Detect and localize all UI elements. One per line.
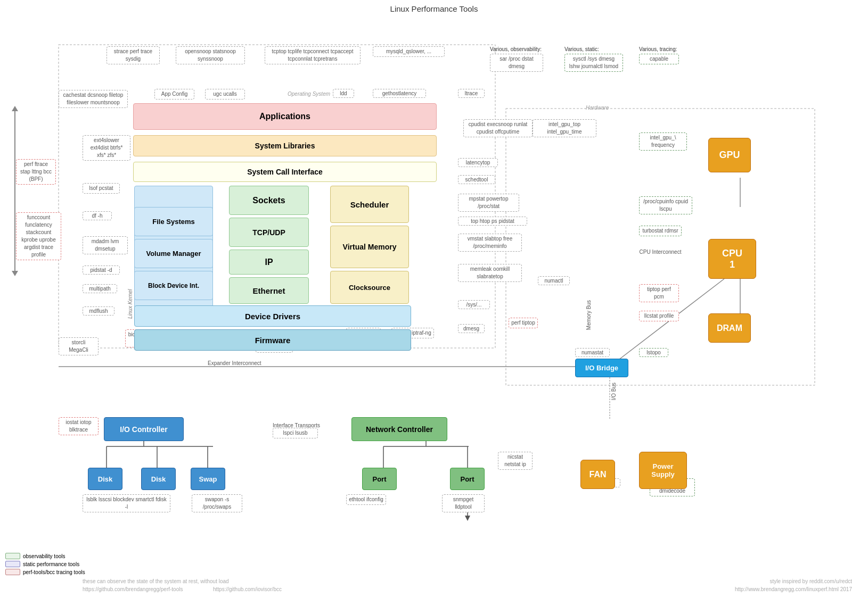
mysqld-group: mysqld_qslower, ... (373, 46, 445, 57)
mdadm-group: mdadm lvm dmsetup (83, 236, 128, 254)
url1-label: https://github.com/brendangregg/perf-too… (83, 586, 183, 592)
legend-perf: perf-tools/bcc tracing tools (5, 569, 85, 575)
perf-tiptop-box: perf tiptop (509, 318, 538, 328)
fan-box: FAN (580, 460, 615, 489)
lsof-pcstat-box: lsof pcstat (83, 183, 120, 194)
pidstat-d-box: pidstat -d (83, 266, 120, 275)
cpu-box: CPU 1 (708, 239, 756, 279)
legend-obs-label: observability tools (23, 553, 65, 559)
iobridge-box: I/O Bridge (575, 359, 628, 377)
linux-kernel-label: Linux Kernel (127, 186, 133, 319)
url3-label: http://www.brendangregg.com/linuxperf.ht… (586, 586, 852, 592)
expander-label: Expander Interconnect (208, 360, 261, 366)
ldd-box: ldd (333, 89, 354, 98)
ext4-group: ext4slower ext4dist btrfs* xfs* zfs* (83, 135, 130, 161)
lsblk-group: lsblk lsscsi blockdev smartctl fdisk -l (83, 494, 170, 512)
sockets-layer: Sockets (229, 186, 309, 215)
io-bus-label: I/O Bus (611, 383, 617, 400)
firmware-layer: Firmware (134, 329, 411, 351)
tcptop-group: tcptop tcplife tcpconnect tcpaccept tcpc… (265, 46, 361, 64)
memleak-group: memleak oomkill slabratetop (458, 264, 522, 282)
latencytop-box: latencytop (458, 158, 498, 167)
mpstat-group: mpstat powertop /proc/stat (458, 194, 519, 212)
legend-perf-box (5, 569, 20, 575)
ltrace-box: ltrace (458, 89, 485, 98)
perf-group: perf ftrace stap lttng bcc (BPF) (16, 159, 56, 185)
ethtool-group: ethtool ifconfig (346, 494, 386, 505)
df-h-box: df -h (83, 211, 112, 220)
various-static-label: Various, static: (564, 46, 599, 52)
ugc-ucalls-box: ugc ucalls (205, 89, 245, 100)
numastat-box: numastat (575, 348, 610, 357)
numactl-box: numactl (538, 276, 570, 285)
sar-group: sar /proc dstat dmesg (490, 54, 543, 72)
legend-static-desc: these can observe the state of the syste… (83, 578, 229, 584)
legend-perf-label: perf-tools/bcc tracing tools (23, 569, 85, 575)
ethernet-layer: Ethernet (229, 277, 309, 304)
filesystems-layer: File Systems (134, 207, 213, 236)
legend-static-label: static performance tools (23, 561, 79, 567)
multipath-box: multipath (83, 284, 117, 293)
snmpget-group: snmpget lldptool (442, 494, 485, 512)
sysctl-group: sysctl /sys dmesg lshw journalctl lsmod (564, 54, 623, 72)
capable-box: capable (639, 54, 679, 64)
schedtool-box: schedtool (458, 175, 495, 184)
llcstat-profile-box: llcstat profile (639, 311, 679, 321)
syscall-layer: System Call Interface (133, 162, 437, 182)
turbostat-box: turbostat rdmsr (639, 226, 682, 236)
funccount-group: funccount funclatency stackcount kprobe … (16, 212, 61, 260)
netcontroller-box: Network Controller (351, 417, 447, 441)
intel-gpu-top-box: intel_gpu_top intel_gpu_time (533, 119, 596, 137)
cpudist-group: cpudist execsnoop runlat cpudist offcput… (463, 119, 533, 137)
opensnoop-group: opensnoop statsnoop synssnoop (176, 46, 245, 64)
style-note-label: style inspired by reddit.com/u/redct (586, 578, 852, 584)
gpu-box: GPU (708, 138, 751, 172)
sys-dots-box: /sys/... (458, 300, 490, 309)
appconfig-box: App Config (154, 89, 194, 100)
swap-box: Swap (191, 468, 225, 490)
dram-box: DRAM (708, 313, 751, 343)
lspci-lsusb-box: lspci lsusb (273, 428, 318, 438)
page-title: Linux Performance Tools (0, 0, 868, 15)
virtmem-layer: Virtual Memory (330, 226, 409, 268)
tcpudp-layer: TCP/UDP (229, 218, 309, 247)
strace-group: strace perf trace sysdig (107, 46, 160, 64)
clocksource-layer: Clocksource (330, 271, 409, 304)
port2-box: Port (450, 468, 485, 490)
port1-box: Port (362, 468, 397, 490)
power-box: Power Supply (639, 452, 687, 489)
legend-observability: observability tools (5, 553, 85, 559)
vmstat-group: vmstat slabtop free /proc/meminfo (458, 234, 522, 252)
legend-static-box (5, 561, 20, 567)
disk2-box: Disk (141, 468, 176, 490)
applications-layer: Applications (133, 103, 437, 130)
various-obs-label: Various, observability: (490, 46, 542, 52)
svg-marker-18 (465, 516, 470, 521)
lstopo-box: lstopo (639, 348, 668, 357)
tiptop-perf-box: tiptop perf pcm (639, 284, 679, 302)
legend-obs-box (5, 553, 20, 559)
proc-cpuinfo-box: /proc/cpuinfo cpuid lscpu (639, 196, 692, 214)
various-tracing-label: Various, tracing: (639, 46, 677, 52)
legend-static: static performance tools (5, 561, 85, 567)
os-label: Operating System (288, 91, 330, 97)
vertical-arrow (12, 106, 18, 276)
scheduler-layer: Scheduler (330, 186, 409, 223)
mdflush-box: mdflush (83, 306, 114, 316)
url2-label: https://github.com/iovisor/bcc (213, 586, 282, 592)
storcli-group: storcli MegaCli (59, 337, 99, 355)
main-diagram: strace perf trace sysdig opensnoop stats… (0, 15, 868, 590)
cachestat-group: cachestat dcsnoop filetop fileslower mou… (59, 90, 128, 108)
intel-gpu-freq-box: intel_gpu_\ frequency (639, 132, 687, 151)
ip-layer: IP (229, 250, 309, 275)
swapon-group: swapon -s /proc/swaps (192, 494, 242, 512)
devdrivers-layer: Device Drivers (134, 305, 411, 327)
syslib-layer: System Libraries (133, 135, 437, 156)
nicstat-group: nicstat netstat ip (498, 452, 533, 470)
top-group: top htop ps pidstat (458, 217, 527, 226)
volmgr-layer: Volume Manager (134, 239, 213, 268)
dmesg-box: dmesg (458, 324, 485, 333)
blockdev-layer: Block Device Int. (134, 271, 213, 300)
cpu-interconnect-label: CPU Interconnect (639, 248, 682, 255)
legend: observability tools static performance t… (5, 553, 85, 575)
